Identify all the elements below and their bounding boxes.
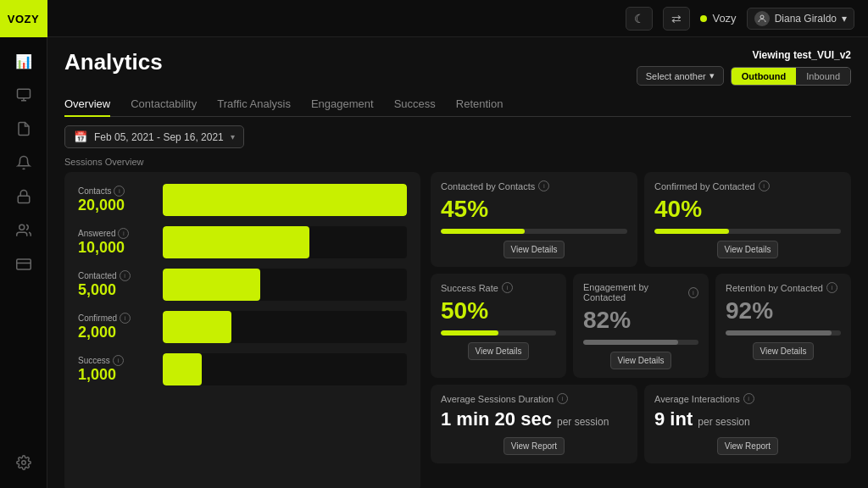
- svg-rect-0: [17, 89, 30, 98]
- metric-retention-by-contacted: Retention by Contacted i 92% View Detail…: [715, 274, 851, 378]
- svg-point-7: [21, 461, 25, 465]
- page-header: Analytics Viewing test_VUI_v2 Select ano…: [64, 49, 851, 86]
- metric-contacted-by-contacts: Contacted by Contacts i 45% View Details: [431, 172, 637, 267]
- user-menu-button[interactable]: Diana Giraldo ▾: [747, 8, 854, 30]
- chart-panel: Contacts i 20,000 Answered i: [64, 172, 420, 488]
- brand-name: Vozy: [700, 12, 736, 25]
- sidebar-nav: 📊: [0, 37, 47, 447]
- select-another-button[interactable]: Select another ▾: [637, 66, 724, 86]
- bar-row-confirmed: Confirmed i 2,000: [78, 311, 407, 343]
- metrics-row-2: Success Rate i 50% View Details Engageme…: [431, 274, 851, 378]
- inbound-button[interactable]: Inbound: [796, 68, 850, 85]
- avg-duration-info[interactable]: i: [557, 393, 568, 404]
- view-details-contacted-button[interactable]: View Details: [504, 241, 565, 258]
- metric-engagement-by-contacted: Engagement by Contacted i 82% View Detai…: [573, 274, 709, 378]
- metrics-panel: Contacted by Contacts i 45% View Details…: [431, 172, 851, 488]
- main-content: ☾ ⇄ Vozy Diana Giraldo ▾ Analytics Viewi…: [47, 0, 868, 488]
- content-grid: Contacts i 20,000 Answered i: [64, 172, 851, 488]
- view-details-success-button[interactable]: View Details: [468, 342, 530, 360]
- header-right: Viewing test_VUI_v2 Select another ▾ Out…: [637, 49, 851, 86]
- tab-engagement[interactable]: Engagement: [311, 92, 374, 117]
- tab-overview[interactable]: Overview: [64, 92, 110, 117]
- sidebar-bottom: [5, 447, 42, 488]
- view-report-duration-button[interactable]: View Report: [504, 437, 565, 455]
- metric-success-rate: Success Rate i 50% View Details: [431, 274, 566, 378]
- bar-row-success: Success i 1,000: [78, 353, 407, 385]
- select-another-chevron: ▾: [709, 70, 715, 81]
- outbound-button[interactable]: Outbound: [732, 68, 797, 85]
- view-details-confirmed-button[interactable]: View Details: [717, 241, 779, 258]
- engagement-info[interactable]: i: [688, 287, 698, 298]
- user-avatar: [754, 11, 770, 26]
- view-details-retention-button[interactable]: View Details: [753, 342, 815, 360]
- sidebar-item-analytics[interactable]: 📊: [5, 46, 42, 76]
- retention-info[interactable]: i: [826, 282, 837, 293]
- viewing-value: test_VUI_v2: [793, 49, 851, 61]
- user-name-label: Diana Giraldo: [775, 13, 837, 25]
- bar-row-contacted: Contacted i 5,000: [78, 269, 407, 301]
- viewing-controls: Select another ▾ Outbound Inbound: [637, 66, 851, 86]
- success-rate-info[interactable]: i: [502, 282, 513, 293]
- metric-confirmed-by-contacted: Confirmed by Contacted i 40% View Detail…: [644, 172, 851, 267]
- sidebar-item-reports[interactable]: [5, 114, 42, 144]
- sidebar-logo[interactable]: VOZY: [0, 0, 47, 37]
- sidebar-item-bots[interactable]: [5, 181, 42, 212]
- contacted-info-icon[interactable]: i: [120, 270, 131, 281]
- page-title: Analytics: [64, 49, 163, 75]
- metrics-row-3: Average Sessions Duration i 1 min 20 sec…: [431, 385, 851, 463]
- svg-point-8: [760, 15, 764, 19]
- svg-rect-5: [16, 259, 31, 269]
- tab-success[interactable]: Success: [394, 92, 436, 117]
- contacts-info-icon[interactable]: i: [114, 186, 125, 197]
- bar-row-contacts: Contacts i 20,000: [78, 184, 407, 216]
- settings-icon[interactable]: [5, 447, 42, 478]
- tabs: Overview Contactability Traffic Analysis…: [64, 92, 851, 117]
- date-chevron: ▾: [231, 132, 235, 141]
- sidebar-item-campaigns[interactable]: [5, 80, 42, 110]
- page: Analytics Viewing test_VUI_v2 Select ano…: [47, 37, 868, 488]
- metric-avg-sessions-duration: Average Sessions Duration i 1 min 20 sec…: [431, 385, 637, 463]
- view-report-interactions-button[interactable]: View Report: [717, 437, 778, 455]
- sidebar-item-notifications[interactable]: [5, 147, 42, 178]
- view-details-engagement-button[interactable]: View Details: [610, 352, 672, 369]
- bar-success: [163, 353, 407, 385]
- avg-interactions-info[interactable]: i: [743, 393, 754, 404]
- tab-contactability[interactable]: Contactability: [131, 92, 197, 117]
- brand-dot: [700, 15, 707, 22]
- direction-toggle: Outbound Inbound: [731, 67, 851, 86]
- svg-point-4: [19, 225, 24, 230]
- sync-button[interactable]: ⇄: [663, 7, 690, 30]
- theme-toggle-button[interactable]: ☾: [626, 7, 653, 30]
- confirmed-by-contacted-info[interactable]: i: [759, 180, 770, 191]
- contacted-by-contacts-info[interactable]: i: [538, 180, 549, 191]
- success-info-icon[interactable]: i: [113, 355, 124, 366]
- tab-traffic-analysis[interactable]: Traffic Analysis: [217, 92, 291, 117]
- svg-rect-1: [18, 196, 30, 202]
- confirmed-info-icon[interactable]: i: [120, 313, 131, 324]
- tab-retention[interactable]: Retention: [456, 92, 504, 117]
- bar-confirmed: [163, 311, 407, 343]
- user-menu-chevron: ▾: [842, 13, 847, 25]
- date-filter-button[interactable]: 📅 Feb 05, 2021 - Sep 16, 2021 ▾: [64, 125, 244, 148]
- viewing-label: Viewing test_VUI_v2: [752, 49, 851, 61]
- sidebar: VOZY 📊: [0, 0, 47, 488]
- calendar-icon: 📅: [74, 130, 87, 143]
- metric-avg-interactions: Average Interactions i 9 int per session…: [644, 385, 851, 463]
- sidebar-item-contacts[interactable]: [5, 215, 42, 246]
- metrics-row-1: Contacted by Contacts i 45% View Details…: [431, 172, 851, 267]
- sidebar-item-billing[interactable]: [5, 249, 42, 280]
- bar-contacted: [163, 269, 407, 301]
- answered-info-icon[interactable]: i: [118, 228, 129, 239]
- topbar: ☾ ⇄ Vozy Diana Giraldo ▾: [47, 0, 868, 37]
- bar-contacts: [163, 184, 407, 216]
- date-range-label: Feb 05, 2021 - Sep 16, 2021: [94, 131, 224, 143]
- sessions-overview-label: Sessions Overview: [64, 157, 851, 167]
- bar-answered: [163, 226, 407, 258]
- bar-row-answered: Answered i 10,000: [78, 226, 407, 258]
